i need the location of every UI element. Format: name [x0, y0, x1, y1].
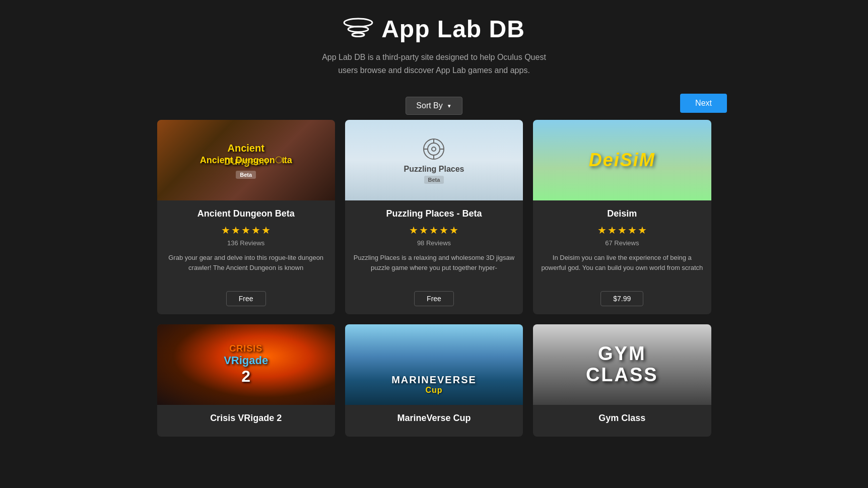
card-title-ancient: Ancient Dungeon Beta	[165, 208, 327, 219]
svg-point-4	[428, 143, 440, 155]
logo-container: App Lab DB	[0, 15, 868, 43]
star-4: ★	[251, 224, 260, 236]
puzzling-beta-badge: Beta	[424, 176, 444, 184]
star-3: ★	[618, 224, 627, 236]
card-title-crisis: Crisis VRigade 2	[165, 413, 327, 424]
stars-ancient: ★ ★ ★ ★ ★	[165, 224, 327, 236]
card-deisim[interactable]: DeiSiM Deisim ★ ★ ★ ★ ★ 67 Reviews In De…	[533, 120, 711, 314]
star-1: ★	[221, 224, 230, 236]
subtitle: App Lab DB is a third-party site designe…	[0, 51, 868, 77]
reviews-ancient: 136 Reviews	[165, 239, 327, 247]
star-3: ★	[429, 224, 438, 236]
star-2: ★	[231, 224, 240, 236]
description-ancient: Grab your gear and delve into this rogue…	[165, 253, 327, 283]
card-title-gym: Gym Class	[541, 413, 703, 424]
card-crisis-vrigade[interactable]: CRISIS VRigade 2 Crisis VRigade 2	[157, 324, 335, 437]
price-button-ancient[interactable]: Free	[226, 291, 266, 306]
stars-deisim: ★ ★ ★ ★ ★	[541, 224, 703, 236]
sort-by-button[interactable]: Sort By	[406, 97, 462, 115]
card-body-marine: MarineVerse Cup	[345, 405, 523, 437]
controls-bar: Sort By Next	[0, 87, 868, 120]
logo-text-light: App Lab	[381, 16, 489, 42]
star-5: ★	[638, 224, 647, 236]
svg-point-5	[432, 147, 436, 151]
price-button-deisim[interactable]: $7.99	[600, 291, 643, 306]
puzzling-img-title: Puzzling Places	[404, 165, 464, 174]
deisim-img-title: DeiSiM	[589, 150, 655, 171]
page-header: App Lab DB App Lab DB is a third-party s…	[0, 0, 868, 87]
card-image-crisis: CRISIS VRigade 2	[157, 324, 335, 405]
stars-puzzling: ★ ★ ★ ★ ★	[353, 224, 515, 236]
card-ancient-dungeon[interactable]: AncientDungeon Beta Ancient Dungeon Beta…	[157, 120, 335, 314]
card-image-marine: MARINEVERSE Cup	[345, 324, 523, 405]
star-5: ★	[261, 224, 271, 236]
subtitle-line1: App Lab DB is a third-party site designe…	[322, 53, 546, 61]
gym-img-content: GYMCLASS	[586, 343, 658, 386]
card-image-gym: GYMCLASS	[533, 324, 711, 405]
card-body-deisim: Deisim ★ ★ ★ ★ ★ 67 Reviews In Deisim yo…	[533, 200, 711, 314]
card-gym-class[interactable]: GYMCLASS Gym Class	[533, 324, 711, 437]
next-button-container: Next	[680, 94, 727, 113]
card-marineverse[interactable]: MARINEVERSE Cup MarineVerse Cup	[345, 324, 523, 437]
card-image-puzzling: Puzzling Places Beta	[345, 120, 523, 200]
description-puzzling: Puzzling Places is a relaxing and wholes…	[353, 253, 515, 283]
star-2: ★	[608, 224, 617, 236]
card-body-ancient: Ancient Dungeon Beta ★ ★ ★ ★ ★ 136 Revie…	[157, 200, 335, 314]
card-body-puzzling: Puzzling Places - Beta ★ ★ ★ ★ ★ 98 Revi…	[345, 200, 523, 314]
star-4: ★	[628, 224, 637, 236]
svg-point-0	[344, 19, 372, 27]
card-title-puzzling: Puzzling Places - Beta	[353, 208, 515, 219]
logo-text-bold: DB	[489, 16, 524, 42]
marine-img-content: MARINEVERSE Cup	[391, 374, 477, 395]
crisis-img-content: CRISIS VRigade 2	[224, 343, 268, 386]
logo-text: App Lab DB	[381, 15, 525, 43]
price-button-puzzling[interactable]: Free	[414, 291, 454, 306]
card-puzzling-places[interactable]: Puzzling Places Beta Puzzling Places - B…	[345, 120, 523, 314]
ancient-beta-badge: Beta	[236, 171, 256, 179]
card-title-deisim: Deisim	[541, 208, 703, 219]
reviews-puzzling: 98 Reviews	[353, 239, 515, 247]
card-image-deisim: DeiSiM	[533, 120, 711, 200]
app-logo-icon	[343, 17, 373, 42]
puzzling-logo-icon	[421, 136, 446, 162]
subtitle-line2: users browse and discover App Lab games …	[338, 66, 530, 75]
next-button[interactable]: Next	[680, 94, 727, 113]
star-5: ★	[449, 224, 458, 236]
star-1: ★	[409, 224, 418, 236]
cards-grid: AncientDungeon Beta Ancient Dungeon Beta…	[147, 120, 721, 457]
card-image-ancient: AncientDungeon Beta	[157, 120, 335, 200]
card-body-gym: Gym Class	[533, 405, 711, 437]
star-2: ★	[419, 224, 428, 236]
star-4: ★	[439, 224, 448, 236]
reviews-deisim: 67 Reviews	[541, 239, 703, 247]
card-title-marine: MarineVerse Cup	[353, 413, 515, 424]
star-3: ★	[241, 224, 250, 236]
ancient-img-title: AncientDungeon	[224, 142, 268, 168]
card-body-crisis: Crisis VRigade 2	[157, 405, 335, 437]
svg-point-2	[352, 33, 364, 36]
star-1: ★	[597, 224, 607, 236]
description-deisim: In Deisim you can live the experience of…	[541, 253, 703, 283]
